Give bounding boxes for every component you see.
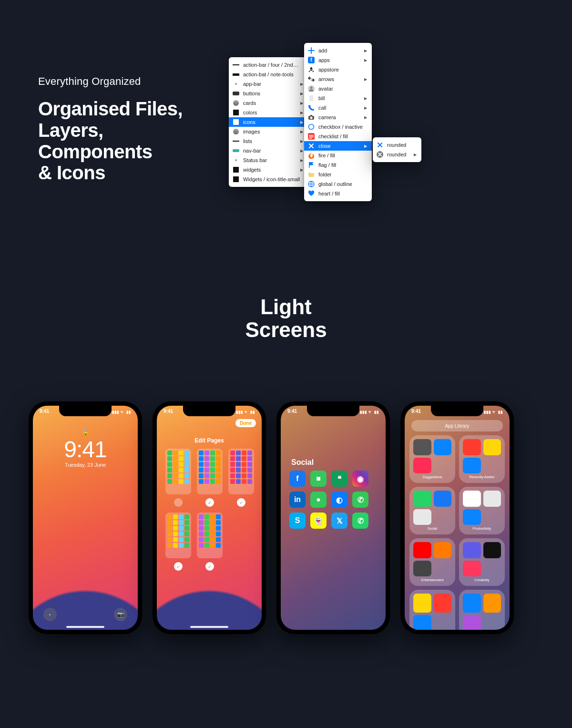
app-icon[interactable] <box>413 542 431 558</box>
panel-row[interactable]: rounded ▶ <box>373 150 421 159</box>
app-icon[interactable] <box>413 439 431 455</box>
panel-row[interactable]: nav-bar ▶ <box>229 146 308 155</box>
app-icon[interactable] <box>413 561 431 577</box>
home-indicator[interactable] <box>190 626 228 628</box>
library-group[interactable] <box>409 590 455 630</box>
panel-row[interactable]: bill ▶ <box>304 93 372 103</box>
home-indicator[interactable] <box>66 626 104 628</box>
app-icon[interactable]: 𝕏 <box>331 513 347 529</box>
library-group[interactable]: Social <box>409 487 455 534</box>
app-icon[interactable] <box>463 509 481 525</box>
app-icon[interactable] <box>413 594 431 613</box>
panel-row[interactable]: action-bar / four / 2ndactive <box>229 60 308 70</box>
app-icon[interactable] <box>413 491 431 507</box>
panel-row[interactable]: lists ▶ <box>229 136 308 146</box>
app-icon-cluster[interactable] <box>434 615 452 630</box>
library-group[interactable]: Creativity <box>459 538 505 586</box>
panel-row[interactable]: images ▶ <box>229 127 308 136</box>
panel-row[interactable]: buttons ▶ <box>229 89 308 98</box>
app-icon[interactable]: 👻 <box>310 513 327 529</box>
app-icon-cluster[interactable] <box>434 458 452 474</box>
folder-title[interactable]: Social <box>291 458 314 467</box>
app-icon[interactable]: S <box>289 513 306 529</box>
app-icon[interactable] <box>463 458 481 474</box>
app-icon[interactable] <box>483 491 501 507</box>
panel-row[interactable]: heart / fill <box>304 189 372 198</box>
app-icon[interactable] <box>463 561 481 577</box>
panel-row[interactable]: checklist / fill <box>304 132 372 141</box>
library-group[interactable]: Suggestions <box>409 435 455 483</box>
panel-row[interactable]: appstore <box>304 65 372 74</box>
edit-page[interactable]: ✓ <box>165 513 191 571</box>
app-icon[interactable] <box>463 439 481 455</box>
library-group[interactable]: Recently Added <box>459 435 505 483</box>
page-toggle[interactable] <box>174 498 183 507</box>
panel-row[interactable]: Status bar ▶ <box>229 155 308 165</box>
panel-row[interactable]: flag / fill <box>304 160 372 170</box>
app-icon[interactable]: ◉ <box>352 471 368 487</box>
panel-row[interactable]: close ▶ <box>304 141 372 151</box>
app-icon-cluster[interactable] <box>434 561 452 577</box>
app-icon-cluster[interactable] <box>483 561 501 577</box>
app-icon[interactable] <box>483 542 501 558</box>
app-icon[interactable] <box>413 615 431 630</box>
app-icon[interactable] <box>463 615 481 630</box>
panel-row[interactable]: rounded <box>373 140 421 150</box>
page-toggle[interactable]: ✓ <box>205 562 214 571</box>
app-icon[interactable]: ✆ <box>352 492 368 508</box>
app-icon[interactable] <box>483 594 501 613</box>
page-toggle[interactable]: ✓ <box>237 498 245 507</box>
page-toggle[interactable]: ✓ <box>205 498 214 507</box>
app-icon[interactable]: ■ <box>310 471 327 487</box>
panel-row[interactable]: camera ▶ <box>304 113 372 122</box>
panel-row[interactable]: avatar <box>304 84 372 93</box>
app-icon[interactable] <box>463 594 481 613</box>
panel-row[interactable]: cards ▶ <box>229 98 308 108</box>
app-icon[interactable]: ◐ <box>331 492 347 508</box>
panel-row[interactable]: app-bar ▶ <box>229 79 308 89</box>
panel-row[interactable]: colors ▶ <box>229 108 308 117</box>
app-icon-cluster[interactable] <box>483 509 501 525</box>
app-icon[interactable]: f <box>289 471 306 487</box>
panel-row[interactable]: Widgets / icon-title-small <box>229 174 308 184</box>
panel-row[interactable]: fire / fill <box>304 151 372 160</box>
app-icon[interactable] <box>483 439 501 455</box>
panel-row[interactable]: action-bat / note-tools <box>229 70 308 79</box>
app-icon[interactable] <box>463 491 481 507</box>
app-library-search[interactable]: App Library <box>411 420 503 431</box>
library-group[interactable] <box>459 590 505 630</box>
panel-row[interactable]: icons ▶ <box>229 117 308 127</box>
app-icon[interactable] <box>434 491 452 507</box>
panel-row[interactable]: widgets ▶ <box>229 165 308 174</box>
app-icon[interactable] <box>463 542 481 558</box>
panel-row[interactable]: global / outline <box>304 179 372 189</box>
panel-row[interactable]: call ▶ <box>304 103 372 113</box>
panel-row[interactable]: folder <box>304 170 372 179</box>
edit-page[interactable] <box>165 449 191 507</box>
panel-row[interactable]: checkbox / inactive <box>304 122 372 132</box>
app-icon-cluster[interactable] <box>483 458 501 474</box>
app-icon-cluster[interactable] <box>434 509 452 525</box>
panel-row[interactable]: add ▶ <box>304 46 372 55</box>
edit-page[interactable]: ✓ <box>228 449 254 507</box>
app-icon[interactable]: ✆ <box>352 513 368 529</box>
app-icon[interactable]: in <box>289 492 306 508</box>
panel-row[interactable]: f apps ▶ <box>304 55 372 65</box>
app-icon[interactable] <box>434 542 452 558</box>
done-button[interactable]: Done <box>235 419 256 427</box>
app-icon[interactable]: ❝ <box>331 471 347 487</box>
page-toggle[interactable]: ✓ <box>174 562 183 571</box>
library-group[interactable]: Productivity <box>459 487 505 534</box>
app-icon[interactable] <box>434 594 452 613</box>
flashlight-button[interactable]: ◦ <box>43 608 57 621</box>
library-group[interactable]: Entertainment <box>409 538 455 586</box>
camera-button[interactable]: 📷 <box>114 608 127 621</box>
app-icon[interactable] <box>413 458 431 474</box>
app-icon[interactable] <box>413 509 431 525</box>
edit-page[interactable]: ✓ <box>197 513 223 571</box>
app-icon[interactable] <box>434 439 452 455</box>
app-icon[interactable]: ● <box>310 492 327 508</box>
app-icon-cluster[interactable] <box>483 615 501 630</box>
panel-row[interactable]: arrows ▶ <box>304 74 372 84</box>
edit-page[interactable]: ✓ <box>197 449 223 507</box>
